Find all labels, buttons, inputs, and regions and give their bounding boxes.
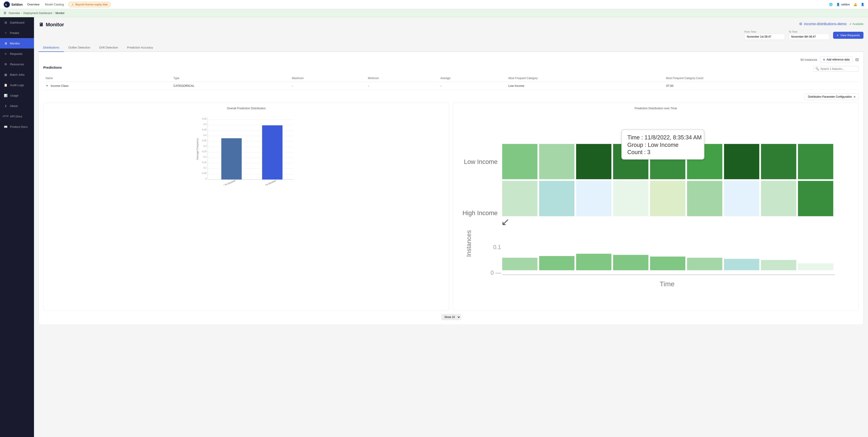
svg-rect-47 bbox=[687, 258, 722, 270]
expand-icon[interactable]: ▼ bbox=[45, 84, 49, 88]
from-time-input[interactable] bbox=[744, 34, 785, 40]
top-nav: Overview Model Catalog bbox=[27, 2, 64, 7]
svg-rect-45 bbox=[613, 255, 648, 270]
bar-high-income[interactable] bbox=[221, 138, 242, 180]
warning-icon: ⚠ bbox=[71, 3, 74, 6]
search-input[interactable] bbox=[820, 67, 857, 70]
bar-chart-svg: Average Frequency 0 0.05 0.1 0.15 0.2 0.… bbox=[47, 113, 445, 185]
col-mfc: Most Frequent Category bbox=[506, 75, 664, 82]
sidebar-item-product-docs[interactable]: 📖 Product Docs bbox=[0, 122, 34, 132]
sidebar-label-dashboard: Dashboard bbox=[10, 21, 25, 24]
book-icon: 📖 bbox=[4, 125, 8, 129]
heatmap-cell[interactable] bbox=[576, 144, 612, 179]
sidebar-item-predict[interactable]: ＋ Predict bbox=[0, 28, 34, 38]
table-toolbar-right: 60 Instances ⊕ Add reference data ⊟ bbox=[801, 57, 859, 63]
svg-text:0.2: 0.2 bbox=[204, 156, 207, 158]
heatmap-cell[interactable] bbox=[761, 181, 796, 216]
filter-button[interactable]: ⊟ bbox=[855, 57, 859, 62]
view-requests-button[interactable]: ≡ View Requests bbox=[833, 32, 864, 39]
bar-chart-title: Overall Prediction Distribution bbox=[47, 106, 445, 110]
svg-text:0.5: 0.5 bbox=[204, 123, 207, 126]
log-icon: 📋 bbox=[4, 83, 8, 87]
col-max: Maximum bbox=[290, 75, 366, 82]
top-bar: S Seldon Overview Model Catalog ⚠ Beyond… bbox=[0, 0, 868, 9]
logo: S Seldon bbox=[4, 1, 23, 8]
svg-text:Count : 3: Count : 3 bbox=[627, 149, 650, 155]
heatmap-cell[interactable] bbox=[502, 181, 537, 216]
heatmap-cell[interactable] bbox=[798, 181, 833, 216]
time-controls: From Time To Time ≡ View Requests bbox=[38, 30, 864, 40]
from-time-field: From Time bbox=[744, 30, 785, 40]
predictions-title: Predictions bbox=[43, 65, 62, 69]
sidebar-item-batch-jobs[interactable]: ▦ Batch Jobs bbox=[0, 69, 34, 80]
nav-overview[interactable]: Overview bbox=[27, 2, 39, 7]
heatmap-cell[interactable] bbox=[724, 144, 760, 179]
heatmap-cell[interactable] bbox=[576, 181, 612, 216]
sidebar-item-requests[interactable]: ≡ Requests bbox=[0, 49, 34, 59]
svg-text:Low Income: Low Income bbox=[263, 179, 276, 185]
grid-icon: ⊞ bbox=[4, 21, 8, 25]
heatmap-cell[interactable] bbox=[724, 181, 760, 216]
bell-icon[interactable]: 🔔 bbox=[854, 3, 857, 6]
tab-prediction-accuracy[interactable]: Prediction Accuracy bbox=[123, 43, 157, 52]
heatmap-cell[interactable] bbox=[650, 181, 685, 216]
to-time-input[interactable] bbox=[789, 34, 830, 40]
svg-text:0.4: 0.4 bbox=[204, 134, 207, 136]
heatmap-cell[interactable] bbox=[539, 181, 575, 216]
svg-rect-44 bbox=[576, 254, 612, 270]
breadcrumb-deployment[interactable]: Deployment Dashboard bbox=[23, 11, 52, 15]
sidebar-item-dashboard[interactable]: ⊞ Dashboard bbox=[0, 17, 34, 28]
page-title: 🖥 Monitor bbox=[38, 22, 64, 28]
heatmap-cell[interactable] bbox=[798, 144, 833, 179]
sidebar-item-audit-logs[interactable]: 📋 Audit Logs bbox=[0, 80, 34, 90]
col-min: Minimum bbox=[366, 75, 438, 82]
list-icon: ≡ bbox=[4, 52, 8, 56]
barchart-icon: ▦ bbox=[4, 72, 8, 76]
sidebar-label-requests: Requests bbox=[10, 52, 23, 56]
heatmap-svg: Low Income High Income bbox=[457, 113, 855, 306]
show-select[interactable]: Show 10 Show 25 Show 50 bbox=[441, 314, 461, 320]
top-bar-right: 🌐 👤 seldon 🔔 👤 bbox=[829, 3, 864, 6]
add-reference-button[interactable]: ⊕ Add reference data bbox=[820, 57, 852, 63]
predictions-section: Predictions 🔍 Name Type Maximum Minimum … bbox=[43, 65, 859, 90]
svg-text:0.45: 0.45 bbox=[202, 128, 207, 131]
sidebar-item-resources[interactable]: ⚙ Resources bbox=[0, 59, 34, 69]
menu-lines-icon: ≡ bbox=[854, 95, 855, 98]
sidebar-item-usage[interactable]: 📊 Usage bbox=[0, 90, 34, 101]
breadcrumb-monitor: Monitor bbox=[56, 11, 65, 15]
heatmap-cell[interactable] bbox=[502, 144, 537, 179]
plus-icon: ＋ bbox=[4, 31, 8, 35]
heatmap-cell[interactable] bbox=[539, 144, 575, 179]
table-row: ▼ Income Class CATEGORICAL - - - Low Inc… bbox=[43, 82, 859, 90]
heatmap-cell[interactable] bbox=[613, 181, 648, 216]
svg-text:Instances: Instances bbox=[465, 230, 472, 257]
view-requests-icon: ≡ bbox=[837, 34, 839, 37]
bar-low-income[interactable] bbox=[262, 125, 283, 180]
account-icon[interactable]: 👤 bbox=[861, 3, 864, 6]
dist-config-button[interactable]: Distribution Parameter Configuration ≡ bbox=[805, 94, 859, 100]
sidebar: ⊞ Dashboard ＋ Predict 🖥 Monitor ≡ Reques… bbox=[0, 17, 34, 437]
to-time-label: To Time bbox=[789, 30, 830, 33]
heatmap-cell[interactable] bbox=[761, 144, 796, 179]
svg-text:Low Income: Low Income bbox=[464, 158, 498, 165]
sidebar-item-about[interactable]: ℹ About bbox=[0, 101, 34, 111]
user-icon: 👤 bbox=[836, 3, 840, 6]
from-time-label: From Time bbox=[744, 30, 785, 33]
menu-icon[interactable]: ☰ bbox=[4, 11, 6, 15]
svg-text:Time: Time bbox=[660, 280, 675, 288]
breadcrumb-overview[interactable]: Overview bbox=[9, 11, 20, 15]
cell-avg: - bbox=[438, 82, 506, 90]
nav-model-catalog[interactable]: Model Catalog bbox=[45, 2, 64, 7]
check-icon: ✔ bbox=[849, 23, 852, 26]
sidebar-label-usage: Usage bbox=[10, 94, 19, 97]
sidebar-item-monitor[interactable]: 🖥 Monitor bbox=[0, 38, 34, 49]
tab-distributions[interactable]: Distributions bbox=[38, 43, 64, 52]
sidebar-item-api-docs[interactable]: HTTP API Docs bbox=[0, 111, 34, 122]
svg-text:↙: ↙ bbox=[501, 216, 510, 227]
svg-rect-49 bbox=[761, 260, 796, 270]
cell-min: - bbox=[366, 82, 438, 90]
tab-drift-detection[interactable]: Drift Detection bbox=[95, 43, 122, 52]
heatmap-cell[interactable] bbox=[687, 181, 722, 216]
svg-text:Group : Low Income: Group : Low Income bbox=[627, 142, 679, 148]
tab-outlier-detection[interactable]: Outlier Detection bbox=[64, 43, 95, 52]
